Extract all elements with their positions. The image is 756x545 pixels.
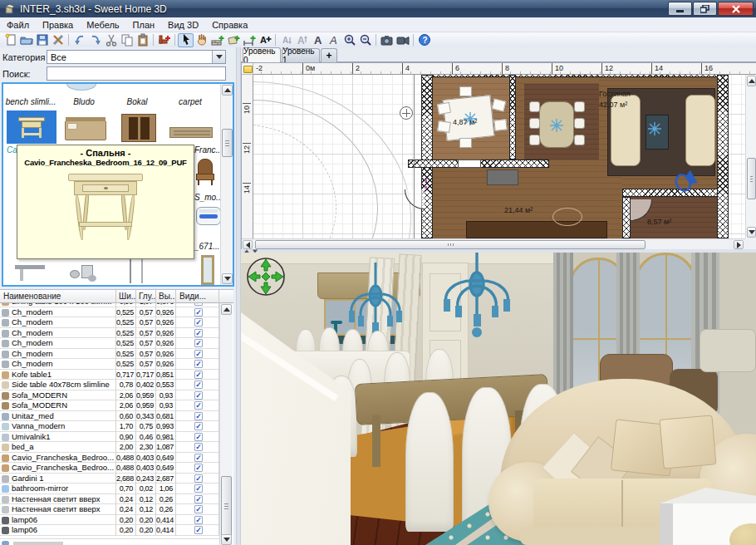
scroll-up-arrow[interactable]	[221, 304, 232, 315]
scroll-up-arrow[interactable]	[222, 85, 233, 96]
catalog-item-bed[interactable]	[65, 120, 106, 140]
catalog-item-carpet[interactable]	[169, 127, 213, 138]
table-row[interactable]: bathroom-mirror0,700,021,06✓	[0, 484, 219, 494]
save-button[interactable]	[34, 33, 50, 47]
italic-button[interactable]: A	[326, 33, 341, 47]
visible-checkbox[interactable]: ✓	[194, 308, 203, 317]
column-header-width[interactable]: Ши...	[116, 290, 136, 303]
plan-sofa[interactable]	[685, 95, 715, 166]
visible-checkbox[interactable]: ✓	[194, 516, 203, 524]
table-row[interactable]: Ch_modern0,5250,570,926✓	[0, 317, 219, 328]
catalog-item-label[interactable]: carpet	[164, 97, 216, 106]
create-rooms-button[interactable]	[225, 33, 241, 47]
table-row[interactable]: Cavio_Francheska_Bedroo...0,4880,4030,64…	[0, 463, 219, 474]
copy-button[interactable]	[119, 33, 135, 47]
visible-checkbox[interactable]: ✓	[194, 464, 203, 472]
plan-hscrollbar[interactable]	[242, 238, 745, 250]
plan-chair[interactable]	[574, 118, 585, 129]
column-header-height[interactable]: Вы...	[156, 290, 176, 303]
visible-checkbox[interactable]: ✓	[194, 422, 203, 430]
scroll-right-arrow[interactable]	[734, 240, 744, 249]
restore-button[interactable]	[693, 2, 717, 16]
scroll-left-arrow[interactable]	[243, 240, 253, 249]
table-row[interactable]: Sofa_MODERN2,060,9590,93✓	[0, 400, 219, 411]
catalog-item-label[interactable]: bench slimli...	[5, 97, 56, 106]
wall[interactable]	[509, 75, 516, 160]
table-row[interactable]: Vanna_modern1,700,750,993✓	[0, 421, 219, 432]
menu-plan[interactable]: План	[126, 19, 162, 31]
help-button[interactable]: ?	[416, 33, 432, 47]
table-row[interactable]: Ch_modern0,5250,570,926✓	[0, 349, 219, 360]
table-row[interactable]: Ch_modern0,5250,570,926✓	[0, 338, 219, 349]
catalog-item-label[interactable]: Bokal	[111, 97, 163, 106]
table-row[interactable]: Ch_modern0,5250,570,926✓	[0, 328, 219, 339]
furniture-list[interactable]: Наименование Ши... Глу... Вы... Види... …	[0, 289, 233, 545]
visible-checkbox[interactable]: ✓	[194, 526, 203, 534]
tab-level-0[interactable]: Уровень 0	[243, 47, 281, 62]
furniture-catalog[interactable]: bench slimli... Bludo Bokal carpet	[2, 82, 234, 287]
table-row[interactable]: Cavio_Francheska_Bedroo...0,4880,4030,64…	[0, 453, 219, 464]
visible-checkbox[interactable]: ✓	[194, 381, 203, 389]
undo-button[interactable]	[71, 33, 87, 47]
catalog-item-selected[interactable]	[7, 110, 56, 144]
scroll-thumb[interactable]	[747, 158, 756, 199]
plan-chair[interactable]	[493, 119, 507, 130]
scroll-down-arrow[interactable]	[747, 227, 756, 238]
table-row[interactable]: Side table 40x78cm slimline0,780,4020,55…	[0, 380, 219, 390]
visible-checkbox[interactable]: ✓	[194, 474, 203, 483]
table-row[interactable]: Umivalnik10,900,460,981✓	[0, 432, 219, 443]
menu-edit[interactable]: Правка	[36, 19, 80, 31]
column-header-visible[interactable]: Види...	[176, 290, 219, 303]
new-document-button[interactable]	[2, 33, 18, 47]
catalog-item-chair[interactable]	[196, 159, 216, 185]
visible-checkbox[interactable]: ✓	[194, 318, 203, 327]
wall[interactable]	[421, 75, 433, 160]
wall[interactable]	[622, 197, 631, 238]
table-row[interactable]: Настенная светит вверх0,240,120,26✓	[0, 504, 219, 515]
visible-checkbox[interactable]: ✓	[194, 412, 203, 420]
plan-view[interactable]: -20м246810121416 101214	[241, 62, 756, 249]
add-text-button[interactable]: A	[257, 33, 272, 47]
cut-button[interactable]	[103, 33, 119, 47]
catalog-scrollbar[interactable]	[220, 84, 233, 285]
create-walls-button[interactable]	[209, 33, 225, 47]
plan-cabinet[interactable]	[487, 169, 518, 185]
add-furniture-button[interactable]	[156, 33, 172, 47]
visible-checkbox[interactable]: ✓	[194, 495, 203, 503]
menu-file[interactable]: Файл	[0, 19, 36, 31]
catalog-item-mirror[interactable]	[201, 255, 214, 285]
catalog-item-wardrobe[interactable]	[121, 114, 156, 142]
increase-text-size-button[interactable]: A	[294, 33, 310, 47]
redo-button[interactable]	[87, 33, 103, 47]
menu-3dview[interactable]: Вид 3D	[161, 19, 205, 31]
preferences-button[interactable]	[50, 33, 66, 47]
plan-chair[interactable]	[574, 101, 585, 112]
visible-checkbox[interactable]: ✓	[194, 505, 203, 513]
tab-level-1[interactable]: Уровень 1	[282, 48, 320, 62]
open-button[interactable]	[18, 33, 34, 47]
scroll-up-arrow[interactable]	[747, 76, 756, 86]
chevron-down-icon[interactable]	[212, 51, 225, 63]
table-scrollbar[interactable]	[219, 303, 233, 545]
minimize-button[interactable]	[668, 2, 692, 16]
menu-help[interactable]: Справка	[205, 19, 254, 31]
plan-chair[interactable]	[529, 118, 540, 129]
scroll-thumb[interactable]	[221, 476, 232, 536]
create-dimensions-button[interactable]	[241, 33, 257, 47]
ceiling-light-icon[interactable]	[549, 118, 564, 133]
visible-checkbox[interactable]: ✓	[194, 401, 203, 410]
plan-chair[interactable]	[459, 86, 472, 96]
scroll-thumb[interactable]	[255, 240, 646, 249]
catalog-item-label[interactable]: Bludo	[58, 97, 110, 106]
plan-chair[interactable]	[437, 120, 451, 133]
catalog-item-accessories[interactable]	[70, 262, 98, 282]
view-3d[interactable]	[241, 253, 756, 545]
plan-chair[interactable]	[529, 135, 540, 145]
catalog-item-hanging[interactable]	[130, 255, 131, 283]
wall[interactable]	[433, 75, 720, 77]
select-tool-button[interactable]	[178, 33, 194, 47]
table-row[interactable]: bed_a2,002,301,087✓	[0, 442, 219, 453]
visible-checkbox[interactable]: ✓	[194, 391, 203, 400]
bold-button[interactable]: A	[310, 33, 326, 47]
visible-checkbox[interactable]: ✓	[194, 329, 203, 337]
